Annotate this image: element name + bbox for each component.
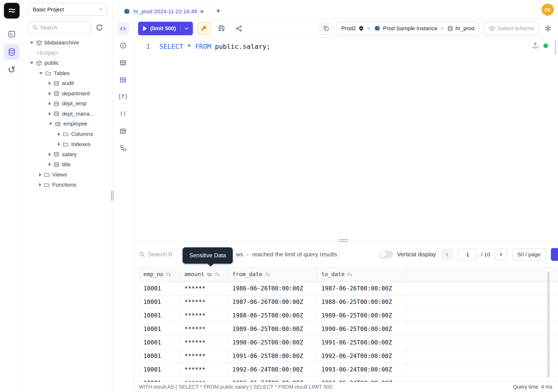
column-header-from-date[interactable]: from_date <box>228 267 317 281</box>
sql-editor-nav-icon[interactable] <box>4 26 19 42</box>
project-select[interactable]: Basic Project <box>28 3 107 16</box>
caret-right-icon[interactable] <box>58 142 60 146</box>
tree-item-tables[interactable]: Tables <box>23 68 112 78</box>
project-select-value: Basic Project <box>33 6 64 12</box>
code-icon <box>119 25 127 32</box>
sidebar-search-input[interactable]: Search <box>28 21 91 33</box>
sidebar-resize-handle[interactable] <box>111 191 113 200</box>
tree-item-public[interactable]: public <box>23 58 112 68</box>
sql-editor[interactable]: 1 SELECT * FROM public.salary; <box>134 37 558 241</box>
column-header-emp-no[interactable]: emp_no <box>139 267 180 281</box>
unsaved-dot <box>200 10 203 13</box>
tab-hr-prod[interactable]: hr_prod 2024-11-22 16:49 <box>118 3 210 19</box>
history-nav-icon[interactable]: ↺ <box>4 62 19 78</box>
table-masked-icon <box>120 76 126 83</box>
connection-status-dot <box>543 44 548 48</box>
external-tables-panel-icon[interactable] <box>117 125 129 137</box>
clipped-action-button[interactable] <box>551 248 558 261</box>
column-header-to-date[interactable]: to_date <box>317 267 407 281</box>
export-icon[interactable] <box>532 42 539 49</box>
sort-icon[interactable] <box>215 272 220 277</box>
tree-item-indexes[interactable]: Indexes <box>23 139 112 149</box>
caret-right-icon[interactable] <box>39 173 41 176</box>
table-icon <box>53 90 59 96</box>
caret-right-icon[interactable] <box>39 183 41 187</box>
caret-right-icon[interactable] <box>58 132 60 136</box>
caret-down-icon[interactable] <box>30 42 34 44</box>
caret-down-icon[interactable] <box>30 62 34 64</box>
tree-item-functions[interactable]: Functions <box>23 180 112 190</box>
caret-right-icon[interactable] <box>49 112 51 116</box>
next-page-button[interactable] <box>495 248 507 260</box>
icon-rail: ↺ <box>0 0 23 392</box>
database-nav-icon[interactable] <box>4 44 19 60</box>
page-total-label: / 10 <box>481 251 490 258</box>
result-limit-note: ws - reached the limit of query results <box>236 251 337 258</box>
sheet-panel-icon[interactable] <box>117 22 129 35</box>
caret-right-icon[interactable] <box>49 163 51 166</box>
environment-label[interactable]: Prod2 <box>341 25 356 32</box>
caret-right-icon[interactable] <box>49 92 51 95</box>
avatar[interactable]: DE <box>541 4 554 16</box>
code-line[interactable]: 1 SELECT * FROM public.salary; <box>134 42 558 51</box>
caret-right-icon[interactable] <box>49 82 51 85</box>
database-label[interactable]: hr_prod <box>455 25 474 32</box>
query-time: Query time: 4 ms <box>513 384 552 390</box>
eye-off-icon[interactable] <box>207 272 212 277</box>
caret-down-icon[interactable] <box>39 72 43 74</box>
panel-resize-handle[interactable] <box>339 239 348 242</box>
tab-bar: hr_prod 2024-11-22 16:49 + DE <box>113 0 558 19</box>
table-icon <box>120 59 126 66</box>
table-row: 10001******1986-06-26T00:00:00Z1987-06-2… <box>139 282 558 296</box>
page-size-select[interactable]: 50 / page <box>512 248 546 260</box>
results-scrollbar[interactable] <box>547 271 549 377</box>
tree-item-title[interactable]: title <box>23 160 112 170</box>
tree-item-audit[interactable]: audit <box>23 78 112 88</box>
info-panel-icon[interactable] <box>117 40 129 52</box>
new-tab-button[interactable]: + <box>216 7 221 15</box>
instance-label[interactable]: Prod Sample Instance <box>383 25 437 32</box>
prev-page-button[interactable] <box>441 248 453 260</box>
functions-panel-icon[interactable]: [f] <box>117 91 129 103</box>
sort-icon[interactable] <box>166 272 171 277</box>
chevron-down-icon[interactable] <box>184 25 190 31</box>
select-schema-button[interactable]: Select schema <box>484 21 539 35</box>
tree-item-views[interactable]: Views <box>23 170 112 180</box>
caret-right-icon[interactable] <box>49 102 51 105</box>
search-icon <box>32 25 38 30</box>
tree-item-department[interactable]: department <box>23 88 112 98</box>
admin-wrench-button[interactable] <box>198 22 210 35</box>
status-bar: WITH result AS ( SELECT * FROM public.sa… <box>134 381 558 392</box>
caret-down-icon[interactable] <box>49 123 52 125</box>
app-root: ↺ Basic Project Search bbdataarch <box>0 0 558 392</box>
caret-right-icon[interactable] <box>49 153 51 156</box>
schema-diagram-panel-icon[interactable] <box>117 142 129 154</box>
tree-item-salary[interactable]: salary <box>23 149 112 160</box>
procedures-panel-icon[interactable]: () <box>117 108 129 120</box>
ai-assistant-icon[interactable] <box>544 24 552 33</box>
tree-item-employee[interactable]: employee <box>23 119 112 129</box>
sort-icon[interactable] <box>265 272 270 277</box>
column-header-amount[interactable]: amount <box>180 267 228 281</box>
tree-item-dept-manager[interactable]: dept_mana... <box>23 109 112 119</box>
editor-scrollbar[interactable] <box>555 40 556 54</box>
page-number-input[interactable]: 1 <box>458 248 477 260</box>
tables-panel-icon[interactable] <box>117 56 129 69</box>
folder-icon <box>63 141 69 147</box>
tree-item-bbdataarchive[interactable]: bbdataarchive <box>23 38 112 48</box>
share-button[interactable] <box>232 22 245 35</box>
app-logo[interactable] <box>4 3 19 18</box>
table-body: 10001******1986-06-26T00:00:00Z1987-06-2… <box>139 282 558 382</box>
tree-item-dept-emp[interactable]: dept_emp <box>23 98 112 109</box>
sort-icon[interactable] <box>347 272 352 277</box>
tree-item-columns[interactable]: Columns <box>23 129 112 139</box>
run-query-button[interactable]: (limit 500) <box>138 21 193 35</box>
masking-panel-icon[interactable] <box>117 74 129 86</box>
schema-icon <box>36 40 42 46</box>
refresh-icon[interactable] <box>96 24 103 31</box>
format-sql-button[interactable] <box>320 22 332 34</box>
save-sheet-button[interactable] <box>215 22 228 35</box>
chevron-down-icon <box>98 7 104 12</box>
vertical-display-toggle[interactable] <box>379 250 393 258</box>
schema-icon <box>36 60 42 66</box>
